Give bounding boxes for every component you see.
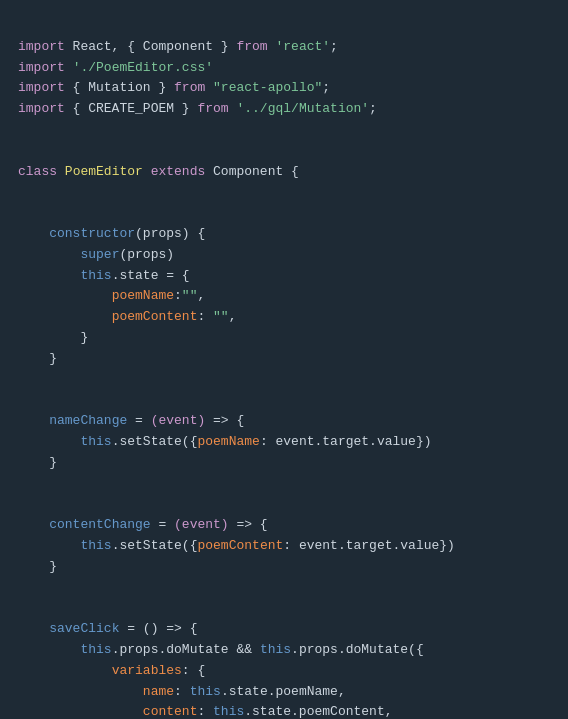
- line-8: constructor(props) {: [18, 226, 205, 241]
- line-22: }: [18, 559, 57, 574]
- code-content: import React, { Component } from 'react'…: [18, 16, 550, 719]
- line-2: import './PoemEditor.css': [18, 60, 213, 75]
- code-editor: import React, { Component } from 'react'…: [0, 0, 568, 719]
- line-21: this.setState({poemContent: event.target…: [18, 538, 455, 553]
- line-3: import { Mutation } from "react-apollo";: [18, 80, 330, 95]
- line-16: nameChange = (event) => {: [18, 413, 244, 428]
- line-28: content: this.state.poemContent,: [18, 704, 393, 719]
- line-17: this.setState({poemName: event.target.va…: [18, 434, 432, 449]
- line-25: this.props.doMutate && this.props.doMuta…: [18, 642, 424, 657]
- line-13: }: [18, 330, 88, 345]
- line-1: import React, { Component } from 'react'…: [18, 39, 338, 54]
- line-27: name: this.state.poemName,: [18, 684, 346, 699]
- line-12: poemContent: "",: [18, 309, 236, 324]
- line-18: }: [18, 455, 57, 470]
- line-24: saveClick = () => {: [18, 621, 197, 636]
- line-9: super(props): [18, 247, 174, 262]
- line-6: class PoemEditor extends Component {: [18, 164, 299, 179]
- line-11: poemName:"",: [18, 288, 205, 303]
- line-26: variables: {: [18, 663, 205, 678]
- line-10: this.state = {: [18, 268, 190, 283]
- line-14: }: [18, 351, 57, 366]
- line-4: import { CREATE_POEM } from '../gql/Muta…: [18, 101, 377, 116]
- line-20: contentChange = (event) => {: [18, 517, 268, 532]
